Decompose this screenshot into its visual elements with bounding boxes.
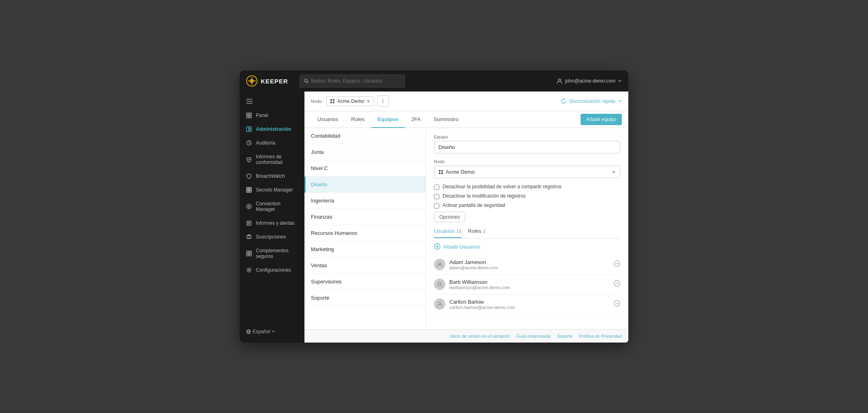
checkbox-no-compartir: Desactivar la posibilidad de volver a co… bbox=[434, 184, 620, 190]
svg-point-39 bbox=[383, 102, 383, 103]
svg-rect-29 bbox=[249, 254, 251, 256]
account-icon bbox=[556, 78, 563, 84]
user-row-carlton: Carlton Barlow carlton-barlow@acme-demo.… bbox=[434, 294, 620, 314]
team-item-soporte[interactable]: Soporte bbox=[304, 290, 425, 306]
complementos-icon bbox=[246, 251, 252, 256]
svg-point-1 bbox=[250, 79, 254, 83]
checkbox-no-compartir-input[interactable] bbox=[434, 185, 439, 190]
logo-text: KEEPER bbox=[261, 78, 288, 85]
svg-rect-5 bbox=[249, 113, 251, 115]
hamburger-icon[interactable] bbox=[240, 95, 304, 109]
options-button[interactable]: Opciones bbox=[434, 212, 465, 222]
sub-tab-usuarios-label: Usuarios bbox=[434, 228, 455, 234]
checkbox-no-compartir-label: Desactivar la posibilidad de volver a co… bbox=[443, 184, 562, 189]
sidebar-item-connection-manager[interactable]: Connection Manager bbox=[240, 197, 304, 216]
remove-user-adam-button[interactable] bbox=[614, 260, 620, 268]
search-input[interactable] bbox=[311, 78, 400, 84]
sidebar-item-complementos[interactable]: Complementos seguros bbox=[240, 244, 304, 263]
team-node-select[interactable]: Acme Demo bbox=[434, 166, 620, 178]
team-item-contabilidad[interactable]: Contabilidad bbox=[304, 128, 425, 144]
svg-rect-8 bbox=[247, 127, 249, 132]
sub-tab-roles[interactable]: Roles 2 bbox=[468, 228, 485, 238]
sidebar-item-informes-alertas[interactable]: Informes y alertas bbox=[240, 216, 304, 230]
tab-roles[interactable]: Roles bbox=[345, 111, 371, 128]
sidebar-item-informes-conformidad[interactable]: Informes de conformidad bbox=[240, 150, 304, 169]
svg-rect-42 bbox=[439, 172, 440, 174]
keeper-logo-icon bbox=[246, 75, 257, 87]
panel-icon bbox=[246, 113, 252, 118]
checkbox-pantalla-seguridad-input[interactable] bbox=[434, 203, 439, 209]
sidebar-item-suscripciones[interactable]: Suscripciones bbox=[240, 230, 304, 244]
footer-link-guia[interactable]: Guía empresarial bbox=[516, 334, 550, 338]
grid-icon bbox=[330, 99, 335, 104]
audit-icon bbox=[246, 140, 252, 146]
sidebar-item-secrets-manager[interactable]: Secrets Manager bbox=[240, 183, 304, 197]
minus-circle-icon bbox=[614, 300, 620, 307]
sidebar: Panel Administración Auditoría bbox=[240, 92, 304, 343]
team-name-label: Equipo bbox=[434, 134, 620, 139]
sidebar-label-informes: Informes y alertas bbox=[256, 220, 294, 226]
team-item-ingenieria[interactable]: Ingeniería bbox=[304, 193, 425, 209]
footer-link-privacidad[interactable]: Política de Privacidad bbox=[579, 334, 622, 338]
user-info-adam: Adam Jameson adam@acme-demo.com bbox=[449, 259, 610, 270]
team-item-recursos-humanos[interactable]: Recursos Humanos bbox=[304, 225, 425, 241]
svg-rect-41 bbox=[441, 170, 443, 172]
remove-user-barb-button[interactable] bbox=[614, 280, 620, 288]
remove-user-carlton-button[interactable] bbox=[614, 300, 620, 308]
svg-rect-35 bbox=[330, 102, 332, 103]
sidebar-item-panel[interactable]: Panel bbox=[240, 109, 304, 122]
chevron-down-icon bbox=[612, 170, 616, 174]
team-item-diseno[interactable]: Diseño bbox=[304, 177, 425, 193]
detail-panel: Equipo Nodo bbox=[426, 128, 628, 329]
sync-label: Sincronización rápida bbox=[569, 98, 615, 104]
admin-icon bbox=[246, 126, 252, 132]
user-row-adam: Adam Jameson adam@acme-demo.com bbox=[434, 255, 620, 275]
user-menu[interactable]: john@acme-demo.com bbox=[556, 78, 622, 84]
sidebar-item-administracion[interactable]: Administración bbox=[240, 122, 304, 136]
node-label: Nodo bbox=[311, 99, 321, 104]
tab-suministro[interactable]: Suministro bbox=[427, 111, 465, 128]
more-options-button[interactable] bbox=[377, 96, 389, 107]
tab-usuarios[interactable]: Usuarios bbox=[311, 111, 345, 128]
node-dropdown[interactable]: Acme Demo bbox=[326, 96, 374, 106]
tab-equipos[interactable]: Equipos bbox=[371, 111, 405, 128]
sub-tab-usuarios[interactable]: Usuarios 15 bbox=[434, 228, 462, 238]
user-info-carlton: Carlton Barlow carlton-barlow@acme-demo.… bbox=[449, 299, 610, 310]
tab-2fa[interactable]: 2FA bbox=[405, 111, 427, 128]
add-team-button[interactable]: Añadir equipo bbox=[581, 114, 622, 125]
search-bar[interactable] bbox=[300, 75, 405, 87]
teams-list: Contabilidad Junta Nivel C Diseño Ingeni… bbox=[304, 128, 426, 329]
svg-point-30 bbox=[248, 269, 250, 271]
svg-point-2 bbox=[304, 79, 307, 82]
team-item-marketing[interactable]: Marketing bbox=[304, 241, 425, 258]
add-user-link[interactable]: Añadir Usuarios bbox=[434, 243, 620, 250]
sidebar-item-auditoria[interactable]: Auditoría bbox=[240, 136, 304, 150]
footer-link-soporte[interactable]: Soporte bbox=[557, 334, 573, 338]
chevron-down-icon bbox=[272, 330, 275, 333]
checkbox-pantalla-seguridad-label: Activar pantalla de seguridad bbox=[443, 202, 505, 208]
chevron-down-icon bbox=[618, 79, 622, 83]
team-item-finanzas[interactable]: Finanzas bbox=[304, 209, 425, 225]
team-node-value: Acme Demo bbox=[446, 169, 475, 175]
team-name-field: Equipo bbox=[434, 134, 620, 153]
suscripciones-icon bbox=[246, 234, 252, 240]
split-panel: Contabilidad Junta Nivel C Diseño Ingeni… bbox=[304, 128, 628, 329]
sidebar-label-suscripciones: Suscripciones bbox=[256, 234, 286, 240]
language-selector[interactable]: Español bbox=[240, 324, 304, 339]
checkbox-no-modificar-input[interactable] bbox=[434, 194, 439, 199]
sub-tabs: Usuarios 15 Roles 2 bbox=[434, 228, 620, 238]
team-item-ventas[interactable]: Ventas bbox=[304, 258, 425, 274]
footer-link-inicio[interactable]: Inicio de sesión en el almacén bbox=[450, 334, 510, 338]
sidebar-item-configuraciones[interactable]: Configuraciones bbox=[240, 263, 304, 277]
team-item-nivel-c[interactable]: Nivel C bbox=[304, 160, 425, 177]
svg-rect-27 bbox=[249, 251, 251, 253]
sync-button[interactable]: Sincronización rápida bbox=[561, 98, 622, 104]
svg-point-25 bbox=[249, 237, 249, 238]
sidebar-item-breachwatch[interactable]: BreachWatch bbox=[240, 169, 304, 183]
team-node-label: Nodo bbox=[434, 159, 620, 164]
team-item-junta[interactable]: Junta bbox=[304, 144, 425, 160]
team-name-input[interactable] bbox=[434, 141, 620, 153]
user-email-barb: bwilliamson@acme-demo.com bbox=[449, 285, 610, 290]
team-item-supervisores[interactable]: Supervisores bbox=[304, 274, 425, 290]
svg-rect-6 bbox=[247, 116, 249, 118]
